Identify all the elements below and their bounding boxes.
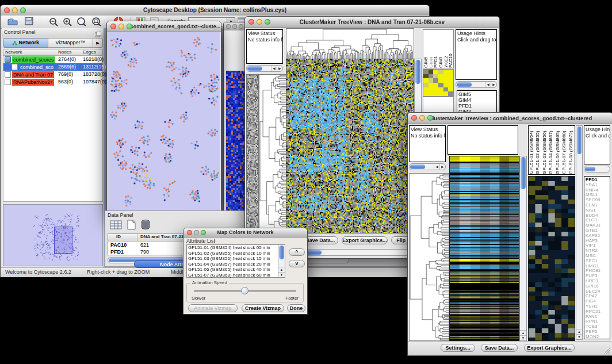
heatmap-vscrollbar[interactable]: ▲ ▼ [519,156,527,341]
col-network[interactable]: Network [5,49,22,55]
matrix-cell[interactable] [423,87,429,92]
row-dendrogram[interactable] [409,173,449,341]
matrix-cell[interactable] [423,70,429,74]
heatmap-main-view[interactable] [449,156,519,341]
treeview-dna-titlebar[interactable]: ClusterMaker TreeView : DNA and Tran 07-… [245,17,499,28]
network-view-titlebar[interactable]: combined_scores_good.txt--cluste... [107,21,221,32]
matrix-cell[interactable] [448,83,453,87]
zoom-in-icon[interactable] [63,17,72,29]
matrix-cell[interactable] [423,74,429,79]
matrix-cell[interactable] [443,70,449,74]
matrix-cell[interactable] [429,91,434,96]
matrix-cell[interactable] [429,70,434,74]
scroll-left-icon[interactable]: ◀ [434,164,439,170]
tab-overflow-button[interactable]: ▶ [93,38,103,48]
gene-label[interactable]: GIM5 [458,91,495,97]
done-button[interactable]: Done [287,304,305,312]
network-name[interactable]: combined_sco [19,64,55,71]
zoom-fit-icon[interactable] [76,17,87,29]
tab-vizmapper[interactable]: VizMapper™ [48,38,93,48]
column-dendrogram[interactable] [286,28,414,59]
matrix-cell[interactable] [443,78,449,83]
close-button[interactable] [110,24,116,29]
attribute-item[interactable]: GPL51-07 (GSM868) heat shock 60 min [188,273,277,278]
close-button[interactable] [248,19,254,25]
matrix-cell[interactable] [438,87,443,92]
matrix-cell[interactable] [433,70,438,74]
scroll-up-icon[interactable]: ▲ [576,329,582,334]
attribute-item[interactable]: GPL51-04 (GSM857) heat shock 20 min [188,262,277,267]
hscroll-thumb[interactable] [410,164,425,169]
matrix-cell[interactable] [433,83,438,87]
view-status-scrollbar[interactable]: ◀ ▶ [409,163,446,170]
network-row[interactable]: combined_sco2569(6)13112(15) [3,63,102,71]
scroll-left-icon[interactable]: ◀ [485,82,491,87]
open-folder-icon[interactable] [7,17,18,28]
save-data-button[interactable]: Save Data... [481,344,518,352]
matrix-cell[interactable] [433,87,438,92]
scroll-down-icon[interactable]: ▼ [278,272,285,277]
dense-network-canvas[interactable] [226,71,244,218]
matrix-cell[interactable] [429,83,434,87]
network-name[interactable]: DNA and Tran 07 [12,71,54,78]
network-row[interactable]: RNAPuberNov2+563(0)107847(0) [3,78,102,86]
close-button[interactable] [226,24,231,29]
new-attribute-icon[interactable] [127,220,136,232]
matrix-cell[interactable] [448,70,453,74]
close-button[interactable] [187,230,192,235]
matrix-cell[interactable] [443,74,449,79]
minimize-button[interactable] [419,115,425,121]
move-up-button[interactable]: ^ [289,248,305,256]
matrix-cell[interactable] [443,83,449,87]
vscroll-thumb[interactable] [521,157,526,189]
scroll-up-icon[interactable]: ▲ [520,330,526,335]
settings-button[interactable]: Settings... [441,344,475,352]
close-button[interactable] [4,7,10,13]
vscroll-thumb[interactable] [577,127,582,154]
map-colors-titlebar[interactable]: Map Colors to Network [183,228,307,237]
matrix-cell[interactable] [429,78,434,83]
dense-network-titlebar[interactable] [224,22,246,31]
scroll-down-icon[interactable]: ▼ [576,334,582,339]
zoom-vscrollbar[interactable]: ▲ ▼ [576,125,583,340]
matrix-cell[interactable] [423,91,429,96]
heatmap-global-view[interactable] [286,59,414,233]
matrix-cell[interactable] [433,74,438,79]
matrix-cell[interactable] [438,78,443,83]
scroll-left-icon[interactable]: ◀ [271,66,277,71]
attribute-item[interactable]: GPL51-02 (GSM855) heat shock 10 min [188,251,277,256]
scroll-right-icon[interactable]: ▶ [439,164,445,170]
zoom-button[interactable] [427,115,433,121]
matrix-cell[interactable] [438,83,443,87]
matrix-cell[interactable] [438,91,443,96]
matrix-cell[interactable] [433,91,438,96]
vscroll-thumb[interactable] [279,246,284,259]
close-button[interactable] [411,115,417,121]
hscroll-thumb[interactable] [457,82,472,87]
heatmap-zoom-view[interactable] [528,176,575,341]
gene-label[interactable]: PFD1 [458,103,495,109]
hscroll-thumb[interactable] [585,167,595,171]
speed-slider-thumb[interactable] [241,287,248,294]
network-view-canvas[interactable] [107,32,220,213]
matrix-cell[interactable] [443,91,449,96]
matrix-cell[interactable] [423,83,429,87]
minimize-button[interactable] [257,19,262,25]
scroll-up-icon[interactable]: ▲ [278,267,285,272]
network-row[interactable]: combined_scores2764(0)16218(0) [3,56,102,63]
matrix-cell[interactable] [438,70,443,74]
zoom-button[interactable] [265,19,270,25]
attribute-item[interactable]: GPL51-01 (GSM854) heat shock 05 min [188,245,277,251]
gene-label[interactable]: GIM4 [458,97,495,103]
save-icon[interactable] [25,17,33,28]
matrix-cell[interactable] [448,74,453,79]
export-graphics-button[interactable]: Export Graphics... [342,236,388,244]
minimize-button[interactable] [12,7,18,13]
matrix-cell[interactable] [423,78,429,83]
create-vizmap-button[interactable]: Create Vizmap [242,304,284,312]
tab-network[interactable]: Network [3,38,48,48]
row-dendrogram[interactable] [259,74,286,234]
network-overview-panel[interactable] [3,204,103,266]
animate-vizmap-button[interactable]: Animate Vizmap [188,304,238,312]
table-icon[interactable] [110,220,123,232]
